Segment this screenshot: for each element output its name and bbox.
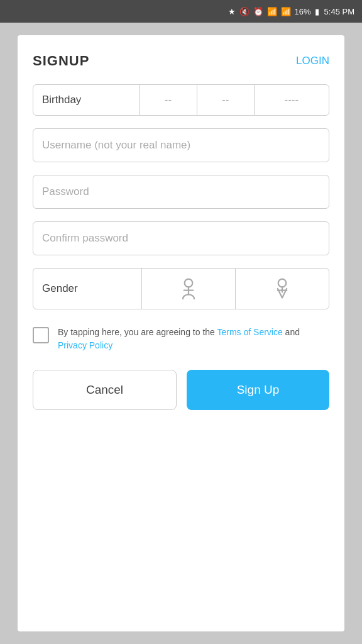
svg-point-0: [185, 279, 193, 287]
status-icons: ★ 🔇 ⏰ 📶 📶 16% ▮: [228, 7, 319, 16]
gender-male-option[interactable]: [142, 269, 236, 309]
username-input[interactable]: [33, 128, 329, 162]
signal-icon: 📶: [281, 7, 291, 16]
alarm-icon: ⏰: [253, 7, 263, 16]
cancel-button[interactable]: Cancel: [33, 370, 177, 410]
signup-card: SIGNUP LOGIN Birthday -- -- ---- Gender: [18, 35, 344, 631]
terms-prefix: By tapping here, you are agreeing to the: [58, 327, 217, 337]
mute-icon: 🔇: [239, 7, 250, 16]
terms-mid: and: [283, 327, 300, 337]
birthday-year[interactable]: ----: [255, 85, 329, 115]
confirm-password-input[interactable]: [33, 221, 329, 255]
gender-label: Gender: [33, 269, 142, 309]
wifi-icon: 📶: [267, 7, 277, 16]
password-input[interactable]: [33, 175, 329, 209]
privacy-policy-link[interactable]: Privacy Policy: [58, 340, 112, 350]
female-icon: [271, 277, 293, 300]
battery-icon: ▮: [315, 7, 319, 16]
birthday-month[interactable]: --: [140, 85, 197, 115]
buttons-row: Cancel Sign Up: [33, 370, 329, 410]
gender-row: Gender: [33, 268, 329, 309]
signup-button[interactable]: Sign Up: [187, 370, 329, 410]
login-link[interactable]: LOGIN: [296, 55, 329, 67]
gender-female-option[interactable]: [236, 269, 329, 309]
terms-of-service-link[interactable]: Terms of Service: [217, 327, 282, 337]
birthday-day[interactable]: --: [197, 85, 255, 115]
bluetooth-icon: ★: [228, 7, 236, 16]
terms-text: By tapping here, you are agreeing to the…: [58, 326, 329, 352]
birthday-row: Birthday -- -- ----: [33, 84, 329, 116]
terms-checkbox[interactable]: [33, 327, 49, 343]
male-icon: [177, 277, 200, 300]
status-bar: ★ 🔇 ⏰ 📶 📶 16% ▮ 5:45 PM: [0, 0, 362, 23]
terms-row: By tapping here, you are agreeing to the…: [33, 326, 329, 352]
page-title: SIGNUP: [33, 53, 89, 69]
status-time: 5:45 PM: [324, 7, 354, 16]
battery-text: 16%: [295, 7, 311, 16]
card-header: SIGNUP LOGIN: [33, 53, 329, 69]
svg-point-3: [278, 279, 287, 287]
birthday-label: Birthday: [33, 85, 140, 115]
